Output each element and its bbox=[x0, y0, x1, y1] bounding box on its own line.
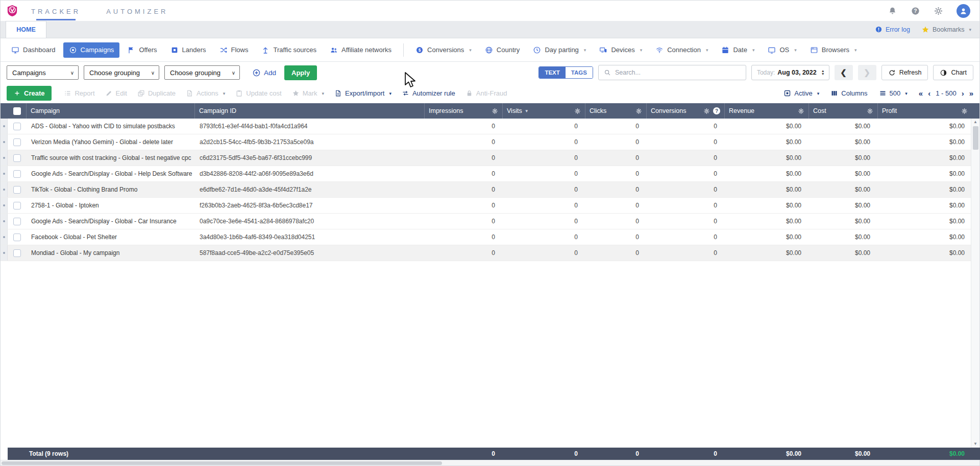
table-row[interactable]: TikTok - Global - Clothing Brand Promoe6… bbox=[1, 182, 979, 198]
column-settings-gear-icon[interactable] bbox=[961, 108, 968, 114]
nav-item-browsers[interactable]: Browsers▾ bbox=[804, 42, 863, 58]
column-header-conversions[interactable]: Conversions? bbox=[646, 103, 724, 119]
edit-button[interactable]: Edit bbox=[105, 89, 127, 97]
row-checkbox[interactable] bbox=[13, 138, 21, 146]
column-label: Conversions bbox=[651, 107, 686, 114]
mark-button[interactable]: Mark ▾ bbox=[292, 89, 324, 97]
row-checkbox[interactable] bbox=[13, 186, 21, 194]
column-header-campaign-id[interactable]: Campaign ID bbox=[194, 103, 424, 119]
next-page-button[interactable]: › bbox=[962, 89, 964, 98]
nav-item-devices[interactable]: Devices▾ bbox=[594, 42, 648, 58]
nav-item-day-parting[interactable]: Day parting▾ bbox=[527, 42, 592, 58]
chart-button[interactable]: Chart bbox=[933, 65, 973, 80]
table-row[interactable]: Verizon Media (Yahoo Gemini) - Global - … bbox=[1, 134, 979, 150]
entity-select[interactable]: Campaigns ∨ bbox=[7, 65, 79, 80]
table-row[interactable]: 2758-1 - Global - Iptokenf263b0b3-2aeb-4… bbox=[1, 198, 979, 214]
horizontal-scrollbar-thumb[interactable] bbox=[2, 461, 442, 465]
row-checkbox[interactable] bbox=[13, 123, 21, 130]
row-checkbox[interactable] bbox=[13, 202, 21, 209]
column-settings-gear-icon[interactable] bbox=[703, 108, 710, 114]
nav-item-flows[interactable]: Flows bbox=[214, 42, 254, 58]
nav-item-affiliate-networks[interactable]: Affiliate networks bbox=[324, 42, 397, 58]
grouping-select-1[interactable]: Choose grouping ∨ bbox=[84, 65, 159, 80]
column-settings-gear-icon[interactable] bbox=[798, 108, 804, 114]
column-settings-gear-icon[interactable] bbox=[492, 108, 498, 114]
row-checkbox[interactable] bbox=[13, 170, 21, 178]
table-row[interactable]: ADS - Global - Yahoo with CID to simulat… bbox=[1, 119, 979, 134]
settings-gear-icon[interactable] bbox=[934, 6, 943, 16]
row-checkbox[interactable] bbox=[13, 218, 21, 225]
nav-item-os[interactable]: OS▾ bbox=[762, 42, 802, 58]
scroll-up-arrow-icon[interactable]: ▲ bbox=[973, 120, 977, 125]
last-page-button[interactable]: » bbox=[969, 89, 973, 98]
nav-item-traffic-sources[interactable]: Traffic sources bbox=[256, 42, 322, 58]
table-row[interactable]: Mondiad - Global - My campaign587f8aad-c… bbox=[1, 245, 979, 261]
date-prev-button[interactable]: ❮ bbox=[835, 65, 853, 80]
select-all-checkbox[interactable] bbox=[13, 107, 21, 115]
column-header-cost[interactable]: Cost bbox=[808, 103, 877, 119]
nav-item-conversions[interactable]: Conversions▾ bbox=[410, 42, 477, 58]
error-log-button[interactable]: Error log bbox=[875, 26, 910, 33]
nav-item-campaigns[interactable]: Campaigns bbox=[63, 42, 120, 58]
add-grouping-button[interactable]: Add bbox=[252, 68, 276, 77]
column-header-impressions[interactable]: Impressions bbox=[424, 103, 502, 119]
duplicate-button[interactable]: Duplicate bbox=[137, 89, 176, 97]
create-button[interactable]: Create bbox=[7, 86, 52, 101]
help-icon[interactable] bbox=[911, 6, 920, 16]
columns-label: Columns bbox=[841, 89, 867, 97]
search-mode-tags[interactable]: TAGS bbox=[566, 67, 593, 78]
nav-item-date[interactable]: Date▾ bbox=[716, 42, 760, 58]
revenue-cell: $0.00 bbox=[724, 134, 808, 150]
table-row[interactable]: Google Ads - Search/Display - Global - C… bbox=[1, 214, 979, 229]
update-cost-button[interactable]: Update cost bbox=[235, 89, 281, 97]
tab-home[interactable]: HOME bbox=[6, 21, 46, 38]
row-checkbox[interactable] bbox=[13, 234, 21, 241]
column-header-profit[interactable]: Profit bbox=[877, 103, 972, 119]
column-header-visits[interactable]: Visits▼ bbox=[502, 103, 585, 119]
nav-item-landers[interactable]: Landers bbox=[165, 42, 212, 58]
grouping-select-2[interactable]: Choose grouping ∨ bbox=[164, 65, 240, 80]
row-checkbox[interactable] bbox=[13, 154, 21, 162]
apply-button[interactable]: Apply bbox=[284, 65, 317, 80]
first-page-button[interactable]: « bbox=[919, 89, 923, 98]
nav-item-country[interactable]: Country bbox=[479, 42, 526, 58]
nav-item-connection[interactable]: Connection▾ bbox=[650, 42, 714, 58]
column-header-campaign[interactable]: Campaign bbox=[26, 103, 194, 119]
date-range-picker[interactable]: Today: Aug 03, 2022 ▲▼ bbox=[751, 65, 829, 80]
columns-button[interactable]: Columns bbox=[830, 89, 867, 97]
column-header-clicks[interactable]: Clicks bbox=[585, 103, 646, 119]
brand-tab-tracker[interactable]: TRACKER bbox=[29, 2, 83, 20]
date-next-button[interactable]: ❯ bbox=[858, 65, 876, 80]
vertical-scrollbar[interactable]: ▲ ▼ bbox=[971, 119, 979, 448]
brand-tab-automizer[interactable]: AUTOMIZER bbox=[104, 2, 170, 20]
table-row[interactable]: Facebook - Global - Pet Shelter3a4d80e3-… bbox=[1, 229, 979, 245]
column-help-icon[interactable]: ? bbox=[713, 107, 720, 114]
user-avatar[interactable] bbox=[957, 4, 970, 18]
date-stepper[interactable]: ▲▼ bbox=[821, 69, 825, 76]
refresh-button[interactable]: Refresh bbox=[881, 65, 928, 80]
page-size-select[interactable]: 500 ▾ bbox=[879, 89, 908, 97]
scroll-down-arrow-icon[interactable]: ▼ bbox=[973, 441, 977, 447]
actions-menu-button[interactable]: Actions ▾ bbox=[186, 89, 225, 97]
status-filter-button[interactable]: Active ▾ bbox=[783, 89, 819, 97]
row-checkbox[interactable] bbox=[13, 249, 21, 257]
column-header-revenue[interactable]: Revenue bbox=[724, 103, 808, 119]
horizontal-scrollbar[interactable] bbox=[1, 460, 979, 465]
table-row[interactable]: Traffic source with cost tracking - Glob… bbox=[1, 150, 979, 166]
prev-page-button[interactable]: ‹ bbox=[928, 89, 930, 98]
search-input[interactable] bbox=[615, 69, 741, 76]
column-settings-gear-icon[interactable] bbox=[635, 108, 642, 114]
column-settings-gear-icon[interactable] bbox=[867, 108, 873, 114]
nav-item-offers[interactable]: Offers bbox=[121, 42, 162, 58]
vertical-scrollbar-thumb[interactable] bbox=[973, 126, 978, 150]
bookmarks-button[interactable]: Bookmarks ▾ bbox=[921, 26, 971, 34]
search-mode-text[interactable]: TEXT bbox=[539, 67, 565, 78]
column-settings-gear-icon[interactable] bbox=[574, 108, 581, 114]
notifications-bell-icon[interactable] bbox=[888, 6, 897, 16]
table-row[interactable]: Google Ads - Search/Display - Global - H… bbox=[1, 166, 979, 182]
anti-fraud-button[interactable]: Anti-Fraud bbox=[465, 89, 507, 97]
report-button[interactable]: Report bbox=[64, 89, 94, 97]
automizer-rule-button[interactable]: Automizer rule bbox=[402, 89, 455, 97]
nav-item-dashboard[interactable]: Dashboard bbox=[6, 42, 61, 58]
export-import-button[interactable]: Export/import ▾ bbox=[334, 89, 391, 97]
